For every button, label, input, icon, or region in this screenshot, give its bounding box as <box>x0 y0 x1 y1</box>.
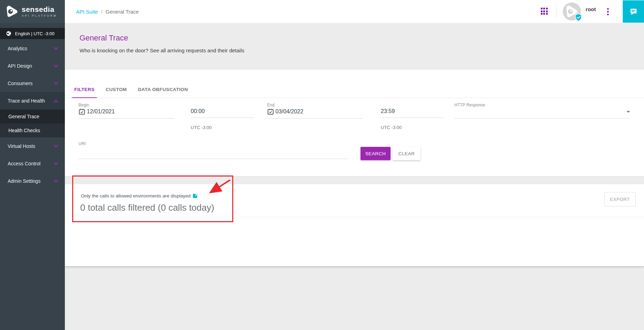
topbar: API Suite / General Trace <box>65 0 644 23</box>
sidebar-item-access-control[interactable]: Access Control <box>0 155 65 172</box>
chat-icon <box>629 7 638 16</box>
tab-bar: FILTERS CUSTOM DATA OBFUSCATION <box>65 70 644 98</box>
sidebar-item-admin-settings[interactable]: Admin Settings <box>0 172 65 190</box>
page-background <box>65 266 644 330</box>
breadcrumb-api-suite[interactable]: API Suite <box>76 9 98 15</box>
chevron-down-icon <box>54 145 58 148</box>
uri-input[interactable] <box>78 149 348 156</box>
sidebar-item-general-trace[interactable]: General Trace <box>0 110 65 123</box>
sidebar-item-health-checks[interactable]: Health Checks <box>0 123 65 137</box>
apps-grid-icon[interactable] <box>541 8 548 15</box>
sidebar-nav: Analytics API Design Consumers Trace and… <box>0 40 65 190</box>
topbar-actions: root <box>541 0 644 23</box>
calendar-icon <box>267 108 274 115</box>
locale-selector[interactable]: English | UTC -3:00 <box>0 28 65 39</box>
begin-date-value: 12/01/2021 <box>87 108 115 115</box>
tab-filters[interactable]: FILTERS <box>72 87 97 98</box>
begin-time-value: 00:00 <box>191 108 205 114</box>
sidebar: sensedia API PLATFORM English | UTC -3:0… <box>0 0 65 330</box>
sidebar-item-label: API Design <box>8 63 32 69</box>
open-in-new-icon[interactable] <box>192 193 198 198</box>
tab-data-obfuscation[interactable]: DATA OBFUSCATION <box>136 87 190 98</box>
end-label: End <box>267 103 274 107</box>
uri-field <box>78 149 348 159</box>
end-time-value: 23:59 <box>381 108 395 114</box>
chevron-down-icon <box>54 65 58 68</box>
sidebar-item-label: Trace and Health <box>8 98 45 104</box>
sidebar-item-consumers[interactable]: Consumers <box>0 75 65 92</box>
begin-label: Begin <box>78 103 89 107</box>
begin-time-field[interactable]: 00:00 <box>191 108 255 118</box>
breadcrumb-current: General Trace <box>106 9 139 15</box>
dropdown-arrow-icon <box>627 111 630 113</box>
clear-button[interactable]: CLEAR <box>393 147 421 160</box>
chevron-up-icon <box>54 99 58 103</box>
end-date-field[interactable]: 03/04/2022 <box>267 108 363 119</box>
export-button[interactable]: EXPORT <box>604 192 636 207</box>
breadcrumb: API Suite / General Trace <box>76 9 139 15</box>
chevron-down-icon <box>54 162 58 165</box>
end-date-value: 03/04/2022 <box>275 108 303 115</box>
page-header: General Trace Who is knocking on the doo… <box>65 23 644 70</box>
results-panel: Only the calls to allowed environments a… <box>65 184 644 266</box>
user-avatar[interactable] <box>563 2 581 21</box>
locale-label: English | UTC -3:00 <box>15 31 54 36</box>
sidebar-item-label: General Trace <box>8 114 39 119</box>
search-button[interactable]: SEARCH <box>361 147 391 160</box>
globe-icon <box>6 31 12 36</box>
results-summary: 0 total calls filtered (0 calls today) <box>80 202 214 213</box>
tab-custom[interactable]: CUSTOM <box>103 87 129 98</box>
sensedia-logo[interactable]: sensedia API PLATFORM <box>0 0 65 23</box>
results-note-text: Only the calls to allowed environments a… <box>81 193 190 198</box>
chevron-down-icon <box>54 47 58 50</box>
sidebar-item-label: Analytics <box>8 46 27 51</box>
sensedia-swirl-icon <box>5 5 18 18</box>
page-subtitle: Who is knocking on the door? See all arr… <box>79 47 644 53</box>
begin-timezone: UTC -3:00 <box>191 125 212 130</box>
page-title: General Trace <box>79 33 644 43</box>
sidebar-item-label: Consumers <box>8 81 33 86</box>
http-response-select[interactable] <box>454 108 630 119</box>
username-label: root <box>586 6 596 12</box>
http-response-label: HTTP Response <box>454 103 485 107</box>
end-timezone: UTC -3:00 <box>381 125 402 130</box>
sidebar-item-analytics[interactable]: Analytics <box>0 40 65 57</box>
results-divider <box>65 217 644 217</box>
brand-subtitle: API PLATFORM <box>22 14 57 17</box>
chevron-down-icon <box>54 82 58 85</box>
breadcrumb-separator: / <box>101 9 103 15</box>
kebab-menu-icon[interactable] <box>606 7 610 17</box>
sidebar-item-label: Health Checks <box>8 128 40 133</box>
sidebar-item-api-design[interactable]: API Design <box>0 57 65 75</box>
chevron-down-icon <box>54 180 58 183</box>
sidebar-item-virtual-hosts[interactable]: Virtual Hosts <box>0 137 65 155</box>
calendar-icon <box>78 108 85 115</box>
begin-date-field[interactable]: 12/01/2021 <box>78 108 174 119</box>
sidebar-item-label: Admin Settings <box>8 178 40 184</box>
chat-button[interactable] <box>623 0 644 23</box>
results-note: Only the calls to allowed environments a… <box>81 193 198 198</box>
sidebar-item-label: Access Control <box>8 161 40 166</box>
verified-shield-icon <box>575 13 582 22</box>
brand-name: sensedia <box>22 6 57 13</box>
sidebar-item-trace-and-health[interactable]: Trace and Health <box>0 92 65 110</box>
uri-label: URI <box>78 141 86 146</box>
end-time-field[interactable]: 23:59 <box>381 108 444 118</box>
topbar-divider <box>556 4 556 19</box>
filter-panel: FILTERS CUSTOM DATA OBFUSCATION Begin 12… <box>65 70 644 176</box>
main-content: API Suite / General Trace <box>65 0 644 330</box>
sidebar-item-label: Virtual Hosts <box>8 143 35 149</box>
section-gap <box>65 176 644 184</box>
